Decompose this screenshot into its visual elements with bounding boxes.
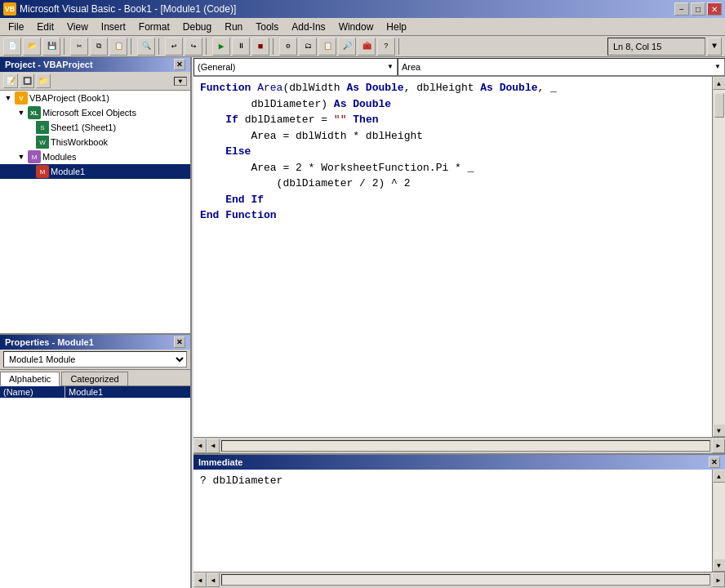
- tb-stop[interactable]: ■: [251, 38, 269, 56]
- props-table: (Name) Module1: [0, 386, 190, 588]
- project-panel: Project - VBAProject ✕ 📝 🔲 📁 ▼ ▼ V VBAPr…: [0, 57, 192, 335]
- menu-insert[interactable]: Insert: [95, 18, 132, 35]
- proj-tb-folder[interactable]: 📁: [36, 74, 51, 88]
- tree-vbaproject[interactable]: ▼ V VBAProject (Book1): [0, 91, 190, 105]
- tab-categorized[interactable]: Categorized: [61, 372, 127, 385]
- immediate-close[interactable]: ✕: [709, 457, 720, 468]
- imm-scroll-up[interactable]: ▲: [713, 470, 726, 483]
- project-panel-title: Project - VBAProject ✕: [0, 57, 190, 72]
- left-panel: Project - VBAProject ✕ 📝 🔲 📁 ▼ ▼ V VBAPr…: [0, 57, 192, 588]
- imm-hscroll-track[interactable]: [221, 574, 710, 586]
- menu-format[interactable]: Format: [132, 18, 176, 35]
- tb-open[interactable]: 📂: [23, 38, 41, 56]
- imm-hscroll-left[interactable]: ◀: [193, 572, 207, 587]
- imm-scroll-track[interactable]: [714, 483, 725, 559]
- tb-sep3: [158, 38, 162, 55]
- sheet1-icon: S: [36, 121, 49, 134]
- right-panel: (General) ▼ Area ▼ Function Area(dblWidt…: [192, 57, 725, 588]
- tab-alphabetic[interactable]: Alphabetic: [0, 372, 60, 386]
- hscroll-right-btn[interactable]: ▶: [712, 439, 725, 453]
- tb-save[interactable]: 💾: [42, 38, 60, 56]
- imm-hscroll-left2[interactable]: ◀: [207, 572, 220, 587]
- tb-paste[interactable]: 📋: [109, 38, 127, 56]
- tree-sheet1[interactable]: S Sheet1 (Sheet1): [0, 120, 190, 135]
- properties-panel-title: Properties - Module1 ✕: [0, 335, 190, 350]
- module1-icon: M: [36, 165, 49, 178]
- code-editor[interactable]: Function Area(dblWidth As Double, dblHei…: [193, 77, 712, 437]
- menu-view[interactable]: View: [60, 18, 95, 35]
- imm-hscroll-right[interactable]: ▶: [712, 572, 725, 587]
- main-area: Project - VBAProject ✕ 📝 🔲 📁 ▼ ▼ V VBAPr…: [0, 57, 725, 588]
- tree-modules[interactable]: ▼ M Modules: [0, 149, 190, 164]
- tb-sep4: [206, 38, 209, 55]
- proj-tb-view-code[interactable]: 📝: [3, 74, 18, 88]
- scroll-up-arrow[interactable]: ▲: [713, 77, 726, 90]
- scroll-track[interactable]: [714, 90, 725, 424]
- menu-run[interactable]: Run: [218, 18, 249, 35]
- tb-sep2: [131, 38, 134, 55]
- tb-toolbox[interactable]: 🧰: [358, 38, 376, 56]
- tree-module1[interactable]: M Module1: [0, 164, 190, 179]
- tb-run[interactable]: ▶: [212, 38, 230, 56]
- tb-new[interactable]: 📄: [3, 38, 21, 56]
- tb-sep6: [398, 38, 402, 55]
- scroll-thumb[interactable]: [714, 93, 724, 118]
- tb-redo[interactable]: ↪: [185, 38, 202, 56]
- close-button[interactable]: ✕: [707, 2, 722, 16]
- props-val-name: Module1: [65, 386, 190, 398]
- window-controls: − □ ✕: [674, 2, 722, 16]
- expand-sheet1: [29, 121, 36, 134]
- tb-cut[interactable]: ✂: [70, 38, 88, 56]
- menu-edit[interactable]: Edit: [30, 18, 60, 35]
- proj-tb-view-obj[interactable]: 🔲: [20, 74, 34, 88]
- menu-help[interactable]: Help: [380, 18, 413, 35]
- menu-addins[interactable]: Add-Ins: [285, 18, 331, 35]
- tb-break[interactable]: ⏸: [232, 38, 250, 56]
- menu-window[interactable]: Window: [332, 18, 380, 35]
- menu-debug[interactable]: Debug: [176, 18, 218, 35]
- tb-help[interactable]: ?: [377, 38, 395, 56]
- immediate-hscrollbar: ◀ ◀ ▶: [193, 572, 725, 588]
- toolbar: 📄 📂 💾 ✂ ⧉ 📋 🔍 ↩ ↪ ▶ ⏸ ■ ⚙ 🗂 📋 🔎 🧰 ? Ln 8…: [0, 36, 725, 57]
- project-panel-close[interactable]: ✕: [174, 59, 185, 70]
- immediate-line-1: ? dblDiameter: [200, 473, 705, 489]
- expand-vbaproject: ▼: [2, 91, 15, 105]
- code-wrapper: Function Area(dblWidth As Double, dblHei…: [193, 77, 725, 437]
- properties-panel-close[interactable]: ✕: [174, 336, 185, 348]
- code-line-2: dblDiameter) As Double: [200, 96, 705, 113]
- props-key-name: (Name): [0, 386, 65, 398]
- tb-sep5: [273, 38, 276, 55]
- general-dropdown[interactable]: (General) ▼: [193, 58, 398, 76]
- tb-arrow[interactable]: ▼: [707, 38, 722, 56]
- general-dropdown-arrow: ▼: [387, 63, 394, 70]
- area-dropdown[interactable]: Area ▼: [398, 58, 725, 76]
- code-vscrollbar[interactable]: ▲ ▼: [712, 77, 725, 437]
- hscroll-track[interactable]: [221, 440, 710, 452]
- tb-proj-explorer[interactable]: 🗂: [299, 38, 317, 56]
- tree-excel-objects[interactable]: ▼ XL Microsoft Excel Objects: [0, 105, 190, 120]
- scroll-down-arrow[interactable]: ▼: [713, 424, 726, 437]
- tb-obj-browser[interactable]: 🔎: [338, 38, 356, 56]
- props-module-select[interactable]: Module1 Module: [3, 351, 187, 368]
- minimize-button[interactable]: −: [674, 2, 689, 16]
- props-tabs: Alphabetic Categorized: [0, 370, 190, 386]
- code-line-1: Function Area(dblWidth As Double, dblHei…: [200, 80, 705, 96]
- immediate-content[interactable]: ? dblDiameter: [193, 470, 712, 572]
- hscroll-left2-btn[interactable]: ◀: [207, 439, 220, 453]
- hscroll-left-btn[interactable]: ◀: [193, 439, 207, 453]
- proj-scroll[interactable]: ▼: [174, 77, 187, 86]
- project-tree: ▼ V VBAProject (Book1) ▼ XL Microsoft Ex…: [0, 91, 190, 333]
- tb-design[interactable]: ⚙: [279, 38, 297, 56]
- menu-file[interactable]: File: [2, 18, 30, 35]
- props-row-name[interactable]: (Name) Module1: [0, 386, 190, 399]
- imm-scroll-down[interactable]: ▼: [713, 559, 726, 572]
- tb-sep1: [64, 38, 67, 55]
- immediate-vscrollbar[interactable]: ▲ ▼: [712, 470, 725, 572]
- tb-find[interactable]: 🔍: [137, 38, 155, 56]
- menu-tools[interactable]: Tools: [249, 18, 285, 35]
- tb-copy[interactable]: ⧉: [90, 38, 108, 56]
- tree-thisworkbook[interactable]: W ThisWorkbook: [0, 135, 190, 149]
- tb-props[interactable]: 📋: [318, 38, 336, 56]
- tb-undo[interactable]: ↩: [165, 38, 183, 56]
- restore-button[interactable]: □: [691, 2, 705, 16]
